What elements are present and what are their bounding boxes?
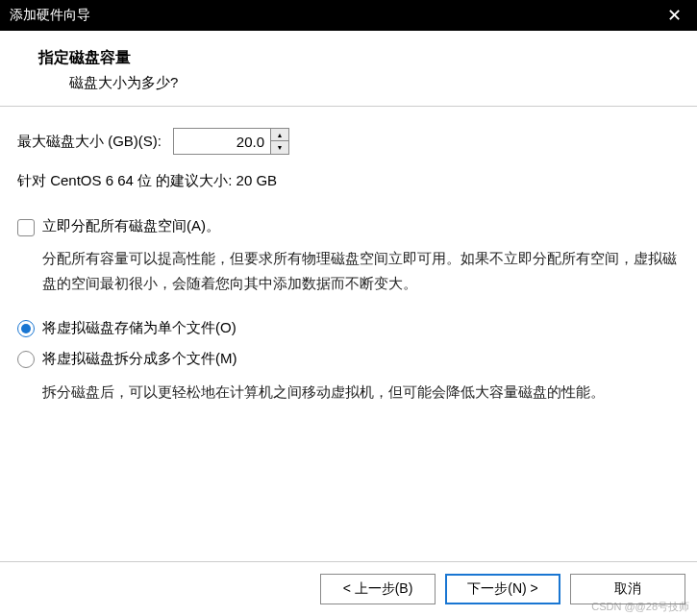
recommended-size-text: 针对 CentOS 6 64 位 的建议大小: 20 GB [17, 172, 680, 190]
multi-file-description: 拆分磁盘后，可以更轻松地在计算机之间移动虚拟机，但可能会降低大容量磁盘的性能。 [42, 380, 680, 405]
disk-size-label: 最大磁盘大小 (GB)(S): [17, 133, 162, 151]
multi-file-radio[interactable] [17, 351, 35, 368]
cancel-button[interactable]: 取消 [570, 574, 685, 604]
next-button[interactable]: 下一步(N) > [445, 574, 560, 604]
back-button[interactable]: < 上一步(B) [320, 574, 436, 604]
titlebar: 添加硬件向导 ✕ [0, 0, 697, 31]
single-file-label: 将虚拟磁盘存储为单个文件(O) [42, 319, 236, 337]
wizard-footer: < 上一步(B) 下一步(N) > 取消 [0, 561, 697, 616]
disk-size-input[interactable] [174, 129, 270, 154]
allocate-now-checkbox[interactable] [17, 219, 35, 236]
window-title: 添加硬件向导 [10, 7, 90, 24]
wizard-header: 指定磁盘容量 磁盘大小为多少? [0, 31, 697, 107]
allocate-now-description: 分配所有容量可以提高性能，但要求所有物理磁盘空间立即可用。如果不立即分配所有空间… [42, 246, 680, 295]
spinner-buttons: ▲ ▼ [270, 129, 288, 154]
page-subtitle: 磁盘大小为多少? [69, 74, 668, 92]
disk-size-spinner[interactable]: ▲ ▼ [173, 128, 289, 155]
single-file-radio[interactable] [17, 320, 35, 337]
storage-radio-group: 将虚拟磁盘存储为单个文件(O) 将虚拟磁盘拆分成多个文件(M) 拆分磁盘后，可以… [17, 318, 680, 405]
content-area: 最大磁盘大小 (GB)(S): ▲ ▼ 针对 CentOS 6 64 位 的建议… [0, 107, 697, 405]
spinner-up-icon[interactable]: ▲ [271, 129, 288, 141]
allocate-now-label: 立即分配所有磁盘空间(A)。 [42, 217, 220, 235]
multi-file-label: 将虚拟磁盘拆分成多个文件(M) [42, 350, 237, 368]
close-icon[interactable]: ✕ [661, 5, 687, 26]
spinner-down-icon[interactable]: ▼ [271, 141, 288, 154]
single-file-option: 将虚拟磁盘存储为单个文件(O) [17, 318, 680, 337]
allocate-now-option: 立即分配所有磁盘空间(A)。 [17, 217, 680, 236]
disk-size-row: 最大磁盘大小 (GB)(S): ▲ ▼ [17, 128, 680, 155]
multi-file-option: 将虚拟磁盘拆分成多个文件(M) [17, 349, 680, 368]
page-title: 指定磁盘容量 [38, 48, 668, 68]
